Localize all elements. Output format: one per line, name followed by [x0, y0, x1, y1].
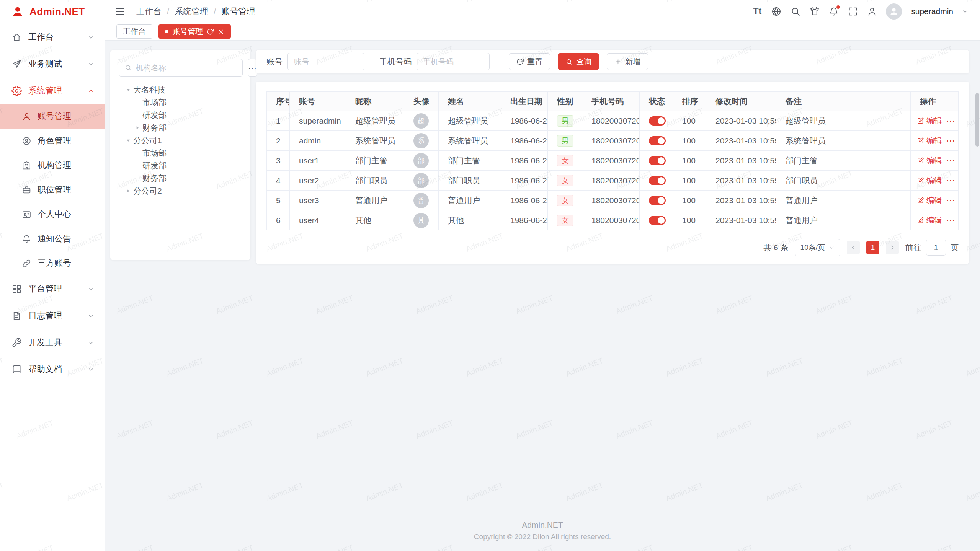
- tree-node[interactable]: 分公司1: [119, 134, 242, 147]
- caret-right-icon[interactable]: [123, 187, 133, 194]
- cell-action: 编辑···: [911, 171, 959, 191]
- column-header: 昵称: [346, 92, 404, 111]
- cell-remark: 普通用户: [776, 191, 911, 210]
- edit-button[interactable]: 编辑: [917, 135, 942, 146]
- sidebar-item-label: 机构管理: [38, 160, 95, 171]
- search-button[interactable]: 查询: [558, 53, 599, 70]
- chevron-down-icon[interactable]: [962, 8, 969, 15]
- phone-input[interactable]: [416, 53, 490, 70]
- reset-button[interactable]: 重置: [509, 53, 550, 70]
- cell-seq: 5: [267, 191, 290, 210]
- current-page-button[interactable]: 1: [866, 241, 879, 254]
- sidebar-item-label: 个人中心: [38, 209, 95, 220]
- tree-node[interactable]: 分公司2: [119, 184, 242, 197]
- cell-birth: 1986-06-28: [501, 210, 548, 230]
- notification-bell-icon[interactable]: [828, 6, 839, 17]
- row-more-button[interactable]: ···: [946, 136, 956, 145]
- sidebar-item-help-docs[interactable]: 帮助文档: [0, 356, 105, 383]
- sidebar-item-platform-management[interactable]: 平台管理: [0, 276, 105, 302]
- font-size-icon[interactable]: Tt: [752, 6, 763, 17]
- row-more-button[interactable]: ···: [946, 116, 956, 126]
- breadcrumb-item[interactable]: 工作台: [136, 6, 162, 17]
- sidebar-item-label: 职位管理: [38, 184, 95, 196]
- tree-node[interactable]: 市场部: [119, 147, 242, 159]
- page-size-select[interactable]: 10条/页: [795, 239, 840, 256]
- user-icon: [22, 112, 31, 121]
- edit-button[interactable]: 编辑: [917, 215, 942, 225]
- tab-workbench[interactable]: 工作台: [116, 24, 152, 39]
- status-toggle[interactable]: [649, 156, 666, 165]
- status-toggle[interactable]: [649, 116, 666, 126]
- cell-order: 100: [673, 171, 706, 191]
- cell-name: 其他: [439, 210, 501, 230]
- org-search-input[interactable]: [136, 64, 237, 72]
- caret-down-icon[interactable]: [123, 86, 133, 93]
- sidebar-item-personal-center[interactable]: 个人中心: [0, 202, 105, 227]
- tree-node[interactable]: 研发部: [119, 109, 242, 121]
- language-icon[interactable]: [771, 6, 782, 17]
- profile-icon[interactable]: [867, 6, 877, 17]
- cell-avatar: 超: [404, 111, 439, 131]
- cell-status: [640, 191, 673, 210]
- edit-button[interactable]: 编辑: [917, 195, 942, 205]
- edit-button[interactable]: 编辑: [917, 175, 942, 186]
- sidebar-item-system-management[interactable]: 系统管理: [0, 77, 105, 104]
- edit-icon: [917, 217, 924, 224]
- row-more-button[interactable]: ···: [946, 176, 956, 185]
- breadcrumb-item[interactable]: 账号管理: [221, 6, 255, 17]
- breadcrumb-item[interactable]: 系统管理: [175, 6, 208, 17]
- sidebar-item-account-management[interactable]: 账号管理: [0, 104, 105, 129]
- sidebar-item-label: 日志管理: [28, 310, 87, 321]
- cell-action: 编辑···: [911, 131, 959, 151]
- caret-down-icon[interactable]: [123, 137, 133, 144]
- prev-page-button[interactable]: [847, 241, 860, 254]
- row-more-button[interactable]: ···: [946, 196, 956, 205]
- status-toggle[interactable]: [649, 196, 666, 205]
- column-header: 手机号码: [582, 92, 640, 111]
- sidebar-item-notice-announcement[interactable]: 通知公告: [0, 227, 105, 251]
- status-toggle[interactable]: [649, 136, 666, 145]
- user-avatar[interactable]: [886, 3, 902, 20]
- status-toggle[interactable]: [649, 216, 666, 225]
- username[interactable]: superadmin: [911, 7, 953, 16]
- sidebar-item-workbench[interactable]: 工作台: [0, 24, 105, 51]
- tree-node-label: 大名科技: [133, 85, 165, 95]
- sidebar-item-dev-tools[interactable]: 开发工具: [0, 329, 105, 356]
- tree-node[interactable]: 研发部: [119, 159, 242, 172]
- fullscreen-icon[interactable]: [848, 6, 858, 17]
- tree-node-label: 研发部: [142, 160, 167, 171]
- row-more-button[interactable]: ···: [946, 156, 956, 165]
- sidebar-item-third-party-account[interactable]: 三方账号: [0, 251, 105, 276]
- sidebar-item-business-test[interactable]: 业务测试: [0, 51, 105, 77]
- edit-button[interactable]: 编辑: [917, 116, 942, 126]
- sidebar-item-org-management[interactable]: 机构管理: [0, 153, 105, 178]
- tree-node[interactable]: 财务部: [119, 121, 242, 134]
- tree-node[interactable]: 财务部: [119, 172, 242, 184]
- row-more-button[interactable]: ···: [946, 216, 956, 225]
- tree-node-label: 市场部: [142, 97, 167, 108]
- tree-node-label: 财务部: [142, 173, 167, 184]
- hamburger-icon[interactable]: [115, 6, 126, 17]
- edit-button[interactable]: 编辑: [917, 155, 942, 166]
- next-page-button[interactable]: [886, 241, 899, 254]
- main-region: 工作台/系统管理/账号管理 Tt superadmin 工作台账号管理: [105, 0, 980, 551]
- account-input[interactable]: [287, 53, 364, 70]
- theme-icon[interactable]: [809, 6, 820, 17]
- caret-right-icon[interactable]: [132, 124, 142, 131]
- refresh-icon[interactable]: [207, 28, 214, 35]
- scrollbar-thumb[interactable]: [975, 93, 979, 147]
- logo[interactable]: Admin.NET: [0, 0, 105, 23]
- avatar: 超: [413, 113, 429, 129]
- tree-node[interactable]: 市场部: [119, 96, 242, 109]
- cell-nickname: 系统管理员: [346, 131, 404, 151]
- sidebar-item-position-management[interactable]: 职位管理: [0, 178, 105, 202]
- sidebar-item-log-management[interactable]: 日志管理: [0, 302, 105, 329]
- tab-account-management[interactable]: 账号管理: [158, 24, 231, 39]
- add-button[interactable]: 新增: [607, 53, 648, 70]
- sidebar-item-role-management[interactable]: 角色管理: [0, 129, 105, 153]
- close-icon[interactable]: [217, 28, 224, 35]
- goto-page-input[interactable]: [926, 240, 946, 256]
- tree-node[interactable]: 大名科技: [119, 83, 242, 96]
- status-toggle[interactable]: [649, 176, 666, 185]
- search-icon[interactable]: [790, 6, 801, 17]
